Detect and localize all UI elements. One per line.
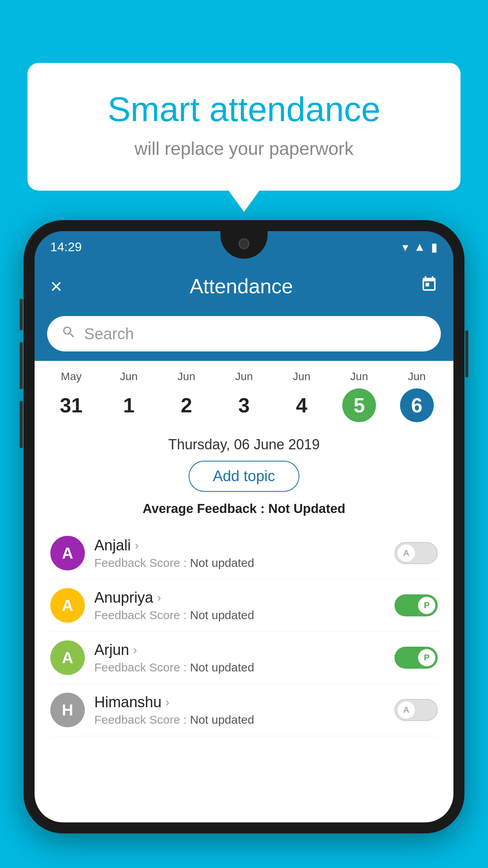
avg-feedback-label: Average Feedback : [143,501,268,516]
calendar-day-0[interactable]: May 31 [42,370,100,422]
cal-date-5: 5 [342,388,376,422]
chevron-icon-2: › [133,643,137,657]
toggle-switch-1[interactable]: P [394,594,438,616]
student-info-2: Arjun › Feedback Score : Not updated [94,642,387,674]
student-name-1: Anupriya › [94,589,387,606]
attendance-toggle-3[interactable]: A [394,699,438,721]
attendance-toggle-2[interactable]: P [394,647,438,669]
cal-date-3: 3 [227,388,261,422]
chevron-icon-0: › [135,539,139,552]
phone-outer: 14:29 ▾ ▲ ▮ × Attendance [24,220,464,833]
calendar-day-5[interactable]: Jun 5 [330,370,388,422]
speech-bubble-container: Smart attendance will replace your paper… [28,63,460,191]
status-time: 14:29 [50,240,82,254]
student-item[interactable]: A Anupriya › Feedback Score : Not update… [50,579,438,632]
volume-up-button [20,299,23,330]
search-bar[interactable]: Search [47,316,441,351]
student-name-3: Himanshu › [94,694,387,711]
phone-screen: × Attendance Search [35,263,453,822]
add-topic-button[interactable]: Add topic [189,461,299,492]
bubble-subtitle: will replace your paperwork [59,138,429,159]
cal-date-1: 1 [112,388,146,422]
app-title: Attendance [190,274,293,298]
student-info-3: Himanshu › Feedback Score : Not updated [94,694,387,726]
close-button[interactable]: × [50,274,62,298]
attendance-toggle-0[interactable]: A [394,542,438,564]
cal-month-4: Jun [293,370,310,383]
avg-feedback: Average Feedback : Not Updated [50,501,438,516]
cal-month-3: Jun [235,370,253,383]
chevron-icon-1: › [157,591,161,604]
search-container: Search [35,310,453,361]
student-name-2: Arjun › [94,642,387,658]
attendance-toggle-1[interactable]: P [394,594,438,616]
chevron-icon-3: › [165,695,169,709]
volume-down-button [20,342,23,389]
calendar-button[interactable] [420,276,438,297]
toggle-knob-3: A [398,701,415,719]
student-item[interactable]: H Himanshu › Feedback Score : Not update… [50,684,438,736]
student-item[interactable]: A Anjali › Feedback Score : Not updated … [50,527,438,579]
cal-date-4: 4 [285,388,319,422]
toggle-switch-3[interactable]: A [394,699,438,721]
toggle-knob-1: P [418,597,435,614]
cal-date-2: 2 [169,388,203,422]
avg-feedback-value: Not Updated [268,501,345,516]
student-avatar-0: A [50,536,85,570]
speech-bubble: Smart attendance will replace your paper… [28,63,460,191]
cal-month-0: May [61,370,82,383]
phone-wrapper: 14:29 ▾ ▲ ▮ × Attendance [24,220,464,868]
feedback-score-0: Feedback Score : Not updated [94,556,387,570]
bubble-title: Smart attendance [59,90,429,129]
feedback-score-1: Feedback Score : Not updated [94,609,387,622]
toggle-knob-0: A [398,544,415,562]
student-list: A Anjali › Feedback Score : Not updated … [50,527,438,736]
cal-month-6: Jun [408,370,426,383]
main-content: Thursday, 06 June 2019 Add topic Average… [35,428,453,744]
student-name-0: Anjali › [94,537,387,554]
calendar-strip: May 31 Jun 1 Jun 2 Jun 3 Jun 4 Jun 5 Jun… [35,361,453,428]
toggle-knob-2: P [418,649,435,666]
search-placeholder: Search [84,325,134,343]
student-item[interactable]: A Arjun › Feedback Score : Not updated P [50,632,438,684]
student-avatar-3: H [50,693,85,727]
feedback-score-3: Feedback Score : Not updated [94,713,387,726]
app-header: × Attendance [35,263,453,310]
feedback-score-2: Feedback Score : Not updated [94,661,387,674]
battery-icon: ▮ [431,240,438,254]
status-icons: ▾ ▲ ▮ [402,240,438,254]
cal-month-1: Jun [120,370,138,383]
cal-month-5: Jun [350,370,368,383]
calendar-day-2[interactable]: Jun 2 [158,370,215,422]
calendar-day-6[interactable]: Jun 6 [388,370,446,422]
toggle-switch-2[interactable]: P [394,647,438,669]
calendar-day-1[interactable]: Jun 1 [100,370,158,422]
toggle-switch-0[interactable]: A [394,542,438,564]
cal-month-2: Jun [178,370,195,383]
cal-date-0: 31 [54,388,88,422]
student-info-0: Anjali › Feedback Score : Not updated [94,537,387,570]
cal-date-6: 6 [400,388,434,422]
silent-button [20,401,23,448]
camera [238,238,250,249]
selected-date: Thursday, 06 June 2019 [50,436,438,453]
student-avatar-2: A [50,640,85,675]
power-button [465,330,468,377]
search-icon [61,325,76,343]
signal-icon: ▲ [414,240,426,254]
student-avatar-1: A [50,588,85,623]
calendar-day-4[interactable]: Jun 4 [273,370,330,422]
student-info-1: Anupriya › Feedback Score : Not updated [94,589,387,622]
wifi-icon: ▾ [402,240,408,254]
calendar-day-3[interactable]: Jun 3 [215,370,273,422]
